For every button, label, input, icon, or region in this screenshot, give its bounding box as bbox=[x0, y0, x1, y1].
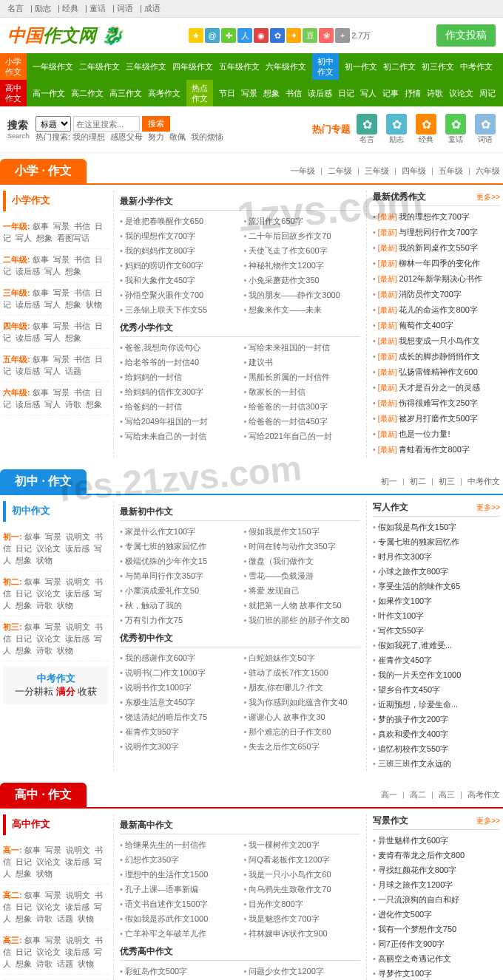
nav-link[interactable]: 书信 bbox=[283, 86, 305, 101]
tag-link[interactable]: 书信 bbox=[74, 355, 90, 364]
side-link[interactable]: 梦的孩子作文200字 bbox=[373, 712, 500, 727]
nav-link[interactable]: 想象 bbox=[260, 86, 283, 101]
article-link[interactable]: 敬家长的一封信 bbox=[244, 384, 361, 399]
tab-link[interactable]: 四年级 bbox=[402, 166, 426, 175]
article-link[interactable]: 万有引力作文75 bbox=[120, 613, 237, 627]
tag-link[interactable]: 日记 bbox=[16, 857, 32, 866]
nav-link[interactable]: 周记 bbox=[476, 86, 499, 101]
tab-link[interactable]: 高一 bbox=[381, 790, 397, 799]
side-link[interactable]: 近期预想，珍爱生命... bbox=[373, 697, 500, 712]
tag-link[interactable]: 写人 bbox=[44, 267, 61, 276]
article-link[interactable]: 给继果先生的一封信作 bbox=[120, 837, 237, 852]
topic-item[interactable]: ✿名言 bbox=[357, 114, 377, 145]
nav-link[interactable]: 诗歌 bbox=[424, 86, 446, 101]
article-link[interactable]: 给老爷爷的一封信40 bbox=[120, 355, 237, 370]
article-link[interactable]: 神秘礼物作文1200字 bbox=[244, 258, 361, 273]
tag-link[interactable]: 诗歌 bbox=[36, 959, 53, 968]
tag-link[interactable]: 写景 bbox=[45, 845, 61, 854]
tag-link[interactable]: 议论文 bbox=[36, 857, 61, 866]
article-link[interactable]: 与简单同行作文350字 bbox=[120, 568, 237, 583]
topbar-link[interactable]: 经典 bbox=[62, 4, 78, 13]
article-link[interactable]: 给爸妈的一封信 bbox=[120, 399, 237, 414]
article-link[interactable]: 秋，触动了我的 bbox=[120, 598, 237, 613]
tag-link[interactable]: 读后感 bbox=[16, 333, 40, 342]
nav-link[interactable]: 初二作文 bbox=[380, 60, 419, 74]
submit-button[interactable]: 作文投稿 bbox=[436, 24, 496, 47]
tag-link[interactable]: 叙事 bbox=[33, 288, 49, 297]
tag-link[interactable]: 说明文 bbox=[66, 936, 90, 945]
tag-link[interactable]: 写景 bbox=[45, 891, 61, 899]
article-link[interactable]: 幻想作文350字 bbox=[120, 852, 237, 867]
tag-link[interactable]: 书信 bbox=[74, 222, 90, 231]
tab-link[interactable]: 初二 bbox=[410, 477, 426, 486]
tag-link[interactable]: 想象 bbox=[86, 400, 102, 409]
tag-link[interactable]: 写景 bbox=[53, 388, 70, 397]
article-link[interactable]: 说明书(二)作文1000字 bbox=[120, 665, 237, 680]
article-link[interactable]: 写给2021年自己的一封 bbox=[244, 429, 361, 443]
article-link[interactable]: 雪花——负载漫游 bbox=[244, 568, 361, 583]
article-link[interactable]: 理想中的生活作文1500 bbox=[120, 867, 237, 882]
tag-link[interactable]: 读后感 bbox=[65, 634, 90, 643]
tag-link[interactable]: 说明文 bbox=[66, 622, 90, 631]
topbar-link[interactable]: 词语 bbox=[117, 4, 133, 13]
tag-link[interactable]: 议论文 bbox=[36, 634, 61, 643]
article-link[interactable]: 小兔采蘑菇作文350 bbox=[244, 273, 361, 287]
article-link[interactable]: 给妈妈的一封信 bbox=[120, 370, 237, 384]
article-link[interactable]: 三条锦上联天下作文55 bbox=[120, 302, 237, 317]
hot-link[interactable]: 感恩父母 bbox=[110, 132, 143, 141]
tag-link[interactable]: 状物 bbox=[78, 914, 94, 923]
tag-link[interactable]: 说明文 bbox=[66, 532, 90, 541]
tag-link[interactable]: 写景 bbox=[45, 622, 61, 631]
side-link[interactable]: [最新] 伤得很难写作文250字 bbox=[373, 395, 500, 411]
article-link[interactable]: 写给未来自己的一封信 bbox=[120, 429, 237, 443]
tab-link[interactable]: 五年级 bbox=[439, 166, 463, 175]
article-link[interactable]: 微盘（我们做作文 bbox=[244, 554, 361, 568]
side-link[interactable]: [最新] 与理想同行作文700字 bbox=[373, 225, 500, 240]
tag-link[interactable]: 写景 bbox=[45, 577, 61, 586]
tag-link[interactable]: 说明文 bbox=[66, 845, 90, 854]
side-link[interactable]: 三班三班作文永远的 bbox=[373, 756, 500, 771]
tag-link[interactable]: 话题 bbox=[57, 959, 73, 968]
weibo-icon[interactable]: ◉ bbox=[254, 28, 269, 43]
article-link[interactable]: 目光作文800字 bbox=[244, 896, 361, 911]
article-link[interactable]: 建议书 bbox=[244, 355, 361, 370]
tab-link[interactable]: 一年级 bbox=[291, 166, 315, 175]
tag-link[interactable]: 叙事 bbox=[33, 388, 49, 397]
tab-link[interactable]: 高考作文 bbox=[467, 790, 500, 799]
tag-link[interactable]: 写景 bbox=[53, 288, 70, 297]
tag-link[interactable]: 读后感 bbox=[65, 947, 90, 956]
article-link[interactable]: 我们班的那些 的那子作文80 bbox=[244, 613, 361, 627]
tag-link[interactable]: 诗歌 bbox=[36, 601, 53, 610]
side-link[interactable]: [最新] 消防员作文700字 bbox=[373, 287, 500, 302]
article-link[interactable]: 我的理想作文700字 bbox=[120, 228, 237, 243]
tag-link[interactable]: 书信 bbox=[74, 255, 90, 264]
tag-link[interactable]: 读后感 bbox=[16, 300, 40, 309]
nav-link[interactable]: 中考作文 bbox=[457, 60, 496, 74]
article-link[interactable]: 饶送清妃的暗后作文75 bbox=[120, 710, 237, 724]
tab-link[interactable]: 初一 bbox=[381, 477, 397, 486]
tag-link[interactable]: 叙事 bbox=[33, 255, 49, 264]
article-link[interactable]: 语文书自述作文1500字 bbox=[120, 896, 237, 911]
side-link[interactable]: [最新] 2012年新学期决心书作 bbox=[373, 271, 500, 287]
hot-link[interactable]: 我的烦恼 bbox=[191, 132, 223, 141]
search-input[interactable] bbox=[73, 116, 140, 132]
tag-link[interactable]: 写景 bbox=[45, 532, 61, 541]
side-link[interactable]: [最新] 我想变成一只小鸟作文 bbox=[373, 333, 500, 349]
tag-link[interactable]: 议论文 bbox=[36, 589, 61, 598]
article-link[interactable]: 驻动了成长7作文1500 bbox=[244, 665, 361, 680]
tag-link[interactable]: 日记 bbox=[16, 947, 32, 956]
side-link[interactable]: 月球之旅作文1200字 bbox=[373, 877, 500, 892]
nav-link[interactable]: 高一作文 bbox=[30, 86, 68, 101]
article-link[interactable]: 天使飞走了作文600字 bbox=[244, 243, 361, 258]
article-link[interactable]: 孔子上课—语事新编 bbox=[120, 882, 237, 896]
tag-link[interactable]: 叙事 bbox=[24, 577, 41, 586]
tag-link[interactable]: 想象 bbox=[65, 333, 81, 342]
douban-icon[interactable]: 豆 bbox=[303, 28, 317, 43]
article-link[interactable]: 彩虹岛作文500字 bbox=[120, 964, 237, 979]
side-link[interactable]: 写作文550字 bbox=[373, 623, 500, 638]
renren-icon[interactable]: 人 bbox=[237, 28, 252, 43]
tag-link[interactable]: 写景 bbox=[53, 255, 70, 264]
tag-link[interactable]: 想象 bbox=[16, 959, 32, 968]
nav-link[interactable]: 记事 bbox=[379, 86, 402, 101]
article-link[interactable]: 阿Q看老板作文1200字 bbox=[244, 852, 361, 867]
